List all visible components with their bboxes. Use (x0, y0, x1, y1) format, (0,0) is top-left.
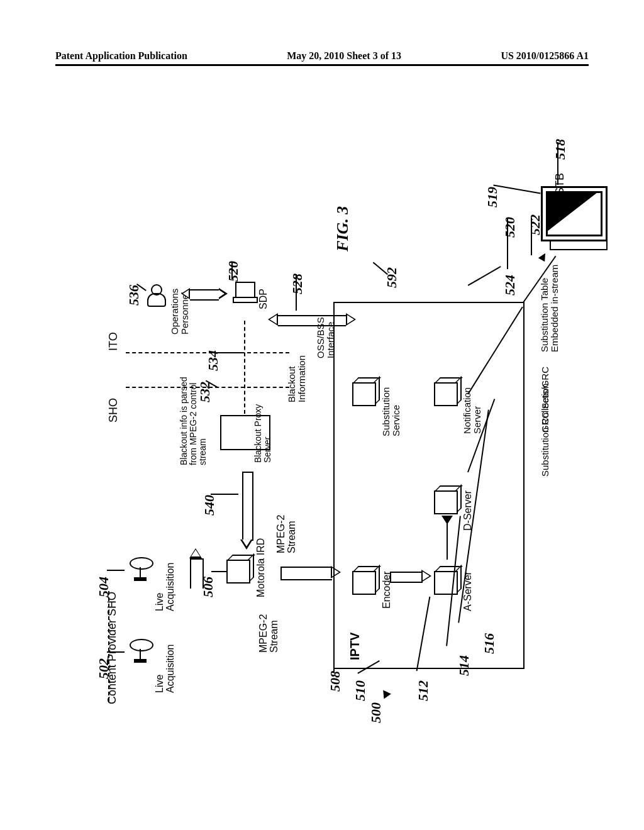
label-mpeg2-2: MPEG-2 Stream (275, 515, 297, 553)
header-right: US 2010/0125866 A1 (501, 50, 589, 62)
leader-518 (557, 142, 558, 185)
label-grc-sets: GRC Sets/GRC (540, 367, 550, 433)
ref-540: 540 (201, 495, 218, 516)
leader-540 (211, 494, 238, 495)
dish-live-acq-2 (126, 548, 157, 580)
ref-504: 504 (96, 577, 112, 597)
label-live-acq-2: Live Acquisition (154, 563, 175, 611)
stb-base (550, 240, 608, 250)
leader-502 (107, 651, 125, 653)
ref-519: 519 (484, 187, 501, 208)
label-ito-side: ITO (107, 332, 120, 351)
label-stb: STB (553, 173, 567, 195)
ref-512: 512 (415, 680, 431, 701)
leader-528 (296, 274, 297, 311)
dish-live-acq-1 (126, 630, 157, 661)
iptv-box (333, 302, 525, 669)
header-center: May 20, 2010 Sheet 3 of 13 (287, 50, 401, 62)
leader-534 (215, 352, 243, 353)
leader-522 (531, 218, 532, 255)
label-iptv: IPTV (348, 633, 362, 660)
ref-502: 502 (96, 658, 112, 679)
label-sdp: SDP (258, 289, 269, 309)
ref-522: 522 (527, 214, 543, 235)
leader-508 (333, 665, 335, 673)
arrow-a-to-d-stem (447, 522, 448, 560)
label-blackout-info: Blackout Information (287, 355, 307, 402)
dash-content-sho (108, 591, 109, 702)
page-header: Patent Application Publication May 20, 2… (0, 50, 644, 62)
label-oss-bss: OSS/BSS Interface (316, 317, 336, 358)
ref-520a: 520 (225, 261, 242, 282)
sdp-base (233, 297, 258, 303)
ref-524: 524 (502, 275, 518, 296)
label-sub-table: Substitution Table Embedded in-stream (540, 265, 560, 352)
ref-506: 506 (200, 577, 216, 597)
figure-3: Content Provider SHO Live Acquisition Li… (82, 101, 560, 729)
leader-520a (231, 263, 233, 279)
cube-notification-server (434, 377, 460, 404)
ref-500: 500 (368, 702, 384, 723)
leader-506 (211, 571, 226, 572)
header-left: Patent Application Publication (55, 50, 187, 62)
ref-508: 508 (327, 671, 343, 692)
sdp-monitor (235, 282, 255, 298)
label-sho-side: SHO (107, 398, 120, 423)
figure-caption: FIG. 3 (333, 206, 352, 252)
label-blackout-proxy: Blackout Proxy Server (253, 404, 272, 463)
header-rule (55, 64, 589, 66)
ref-532: 532 (197, 382, 213, 402)
ref-516: 516 (481, 633, 497, 654)
arrow-a-to-d-head (441, 516, 453, 524)
label-motorola-ird: Motorola IRD (255, 538, 267, 597)
ref-514: 514 (456, 655, 472, 676)
leader-504 (107, 570, 125, 571)
label-live-acq-1: Live Acquisition (154, 645, 175, 693)
cube-motorola-ird (226, 555, 253, 581)
ref-510: 510 (352, 680, 369, 701)
ref-518: 518 (552, 139, 569, 160)
ref-592: 592 (384, 267, 400, 288)
arrow-500 (380, 690, 391, 701)
label-mpeg2-1: MPEG-2 Stream (258, 614, 279, 653)
leader-524 (468, 266, 501, 285)
cube-substitution-service (352, 377, 379, 404)
cube-encoder (352, 566, 379, 592)
ref-534: 534 (205, 350, 221, 371)
dash-proxy-to-sdp (244, 321, 245, 414)
cube-d-server (434, 485, 460, 512)
label-substitution-service: Substitution Service (381, 387, 401, 436)
ref-528: 528 (289, 274, 306, 294)
label-notification-server: Notification Server (462, 387, 482, 434)
ref-536: 536 (126, 285, 142, 306)
stb-triangle (547, 192, 597, 231)
leader-520b (507, 219, 508, 269)
cube-a-server (434, 566, 460, 592)
dash-sho (126, 387, 289, 388)
ref-520b: 520 (502, 217, 518, 238)
arrowhead-to-stb (538, 252, 548, 262)
